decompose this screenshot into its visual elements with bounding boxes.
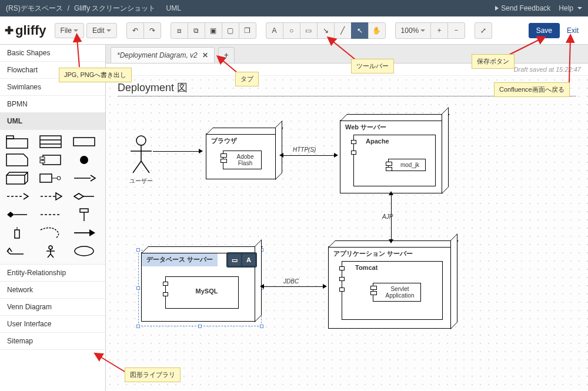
svg-point-29 — [75, 246, 93, 256]
shape-dashed-dep[interactable] — [5, 189, 31, 205]
shape-return[interactable] — [5, 244, 31, 259]
sidebar-item-basic-shapes[interactable]: Basic Shapes — [0, 45, 105, 62]
component-mysql: MySQL — [166, 277, 238, 297]
shape-interface-prov[interactable] — [38, 171, 64, 186]
front-button[interactable]: ▣ — [205, 22, 222, 39]
sidebar-item-venn-diagram[interactable]: Venn Diagram — [0, 299, 105, 316]
shape-object[interactable] — [72, 135, 98, 150]
sidebar-item-uml[interactable]: UML — [0, 113, 105, 130]
document-tab[interactable]: *Deployment Diagram, v2 ✕ — [111, 47, 215, 63]
component-modjk[interactable]: mod_jk — [388, 159, 426, 171]
shape-interface-dot[interactable] — [72, 153, 98, 168]
shape-realization[interactable] — [38, 189, 64, 205]
caret-down-icon — [577, 7, 582, 9]
redo-button[interactable]: ↷ — [143, 22, 161, 39]
shape-lifeline[interactable] — [72, 208, 98, 223]
save-button[interactable]: Save — [529, 23, 560, 38]
send-feedback-link[interactable]: Send Feedback — [495, 4, 550, 12]
svg-point-30 — [136, 136, 146, 145]
shape-composition[interactable] — [5, 208, 31, 223]
svg-line-36 — [220, 58, 238, 73]
callout-export: JPG, PNGへ書き出し — [59, 68, 132, 82]
sidebar-item-sitemap[interactable]: Sitemap — [0, 333, 105, 350]
zoom-select[interactable]: 100% — [395, 22, 432, 39]
rect-tool[interactable]: ▭ — [300, 22, 318, 39]
exit-button[interactable]: Exit — [562, 24, 583, 38]
ellipse-tool[interactable]: ○ — [283, 22, 300, 39]
callout-tab: タブ — [235, 72, 259, 86]
pan-tool[interactable]: ✋ — [368, 22, 386, 39]
caret-down-icon — [420, 29, 425, 32]
text-tool[interactable]: A — [266, 22, 283, 39]
callout-library: 図形ライブラリ — [125, 367, 181, 382]
file-menu-label: File — [61, 26, 72, 35]
sidebar-item-bpmn[interactable]: BPMN — [0, 96, 105, 113]
edge-user-browser[interactable] — [153, 151, 200, 152]
file-menu[interactable]: File — [55, 23, 84, 38]
svg-line-27 — [48, 254, 51, 258]
shape-message-curve[interactable] — [38, 226, 64, 241]
diagram-title: Deployment 図 — [118, 81, 188, 95]
edit-menu[interactable]: Edit — [86, 23, 117, 38]
node-app-title: アプリケーション サーバー — [329, 247, 451, 260]
back-button[interactable]: ▢ — [222, 22, 239, 39]
shape-assoc-arrow[interactable] — [72, 226, 98, 241]
node-app-server[interactable]: アプリケーション サーバー Tomcat Servlet Application — [328, 246, 452, 329]
edge-browser-web[interactable] — [282, 155, 335, 156]
node-web-server[interactable]: Web サーバー Apache mod_jk — [340, 120, 443, 193]
sidebar-item-user-interface[interactable]: User Interface — [0, 316, 105, 333]
app-header: (RS)デモスペース / Gliffy スクリーンショット UML Send F… — [0, 0, 588, 16]
undo-button[interactable]: ↶ — [126, 22, 144, 39]
close-tab-icon[interactable]: ✕ — [202, 51, 208, 59]
shape-dependency[interactable] — [72, 171, 98, 186]
shape-usecase[interactable] — [72, 244, 98, 259]
svg-rect-8 — [40, 161, 45, 163]
actor-label: ユーザー — [123, 177, 159, 185]
line-tool[interactable]: ╱ — [334, 22, 352, 39]
shape-activation[interactable] — [5, 226, 31, 241]
diagram-canvas[interactable]: Deployment 図 ユーザー ブラウザ Adobe Flash Web サ… — [106, 75, 588, 391]
component-apache: Apache — [354, 135, 435, 147]
connector-tool[interactable]: ↘ — [317, 22, 335, 39]
svg-line-37 — [330, 39, 355, 59]
arrow-icon — [334, 153, 338, 158]
arrow-icon — [199, 149, 203, 153]
svg-line-38 — [508, 38, 542, 55]
sidebar-item-network[interactable]: Network — [0, 282, 105, 299]
shape-dashed-line[interactable] — [38, 208, 64, 223]
shape-aggregation[interactable] — [72, 189, 98, 205]
component-servlet[interactable]: Servlet Application — [373, 283, 421, 302]
svg-line-33 — [133, 161, 141, 173]
group-button[interactable]: ⧈ — [171, 22, 188, 39]
arrow-icon — [279, 153, 283, 158]
help-link[interactable]: Help — [559, 4, 582, 12]
ungroup-button[interactable]: ⧉ — [188, 22, 205, 39]
gliffy-logo: gliffy — [5, 23, 46, 38]
edge-db-app[interactable] — [263, 286, 324, 287]
node-web-title: Web サーバー — [340, 121, 442, 134]
fit-button[interactable]: ⤢ — [475, 22, 492, 39]
mini-text-button[interactable]: A — [242, 254, 255, 266]
shape-component[interactable] — [38, 153, 64, 168]
breadcrumb-page[interactable]: Gliffy スクリーンショット — [74, 4, 155, 14]
zoom-out-button[interactable]: － — [447, 22, 465, 39]
edge-label-jdbc: JDBC — [283, 278, 299, 285]
copy-button[interactable]: ❐ — [239, 22, 256, 39]
shape-class[interactable] — [38, 135, 64, 150]
shape-actor[interactable] — [38, 244, 64, 259]
component-adobe-flash[interactable]: Adobe Flash — [223, 151, 262, 169]
node-browser[interactable]: ブラウザ Adobe Flash — [206, 133, 276, 179]
svg-point-9 — [80, 156, 88, 164]
zoom-in-button[interactable]: ＋ — [430, 22, 448, 39]
breadcrumb-space[interactable]: (RS)デモスペース — [6, 4, 63, 14]
shape-node[interactable] — [5, 171, 31, 186]
svg-line-35 — [77, 38, 79, 67]
shape-library-sidebar: Basic Shapes Flowchart Swimlanes BPMN UM… — [0, 45, 106, 391]
actor-user[interactable] — [129, 135, 153, 176]
shape-note[interactable] — [5, 153, 31, 168]
sidebar-item-entity-relationship[interactable]: Entity-Relationship — [0, 265, 105, 282]
mini-fill-button[interactable]: ▭ — [228, 254, 241, 266]
pointer-tool[interactable]: ↖ — [351, 22, 369, 39]
caret-down-icon — [74, 29, 78, 32]
shape-package[interactable] — [5, 135, 31, 150]
